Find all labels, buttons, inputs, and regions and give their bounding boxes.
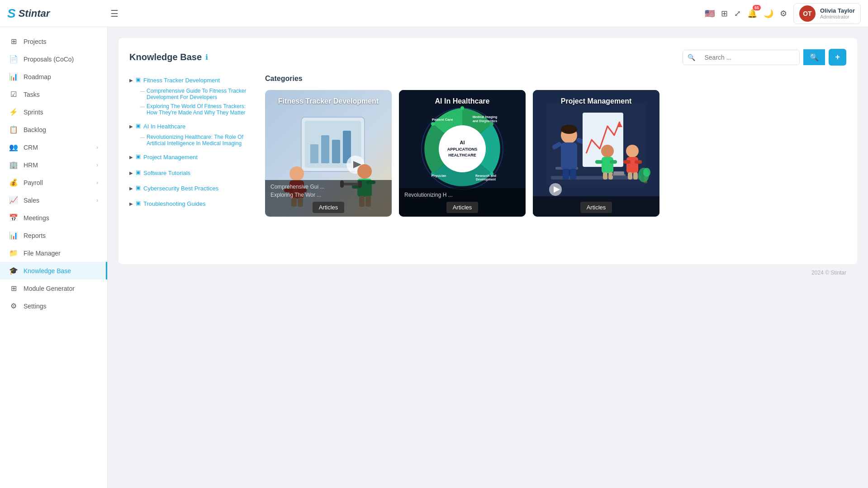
logo: S Stintar: [7, 6, 98, 21]
tree-sub-item-ai-1[interactable]: — Revolutionizing Healthcare: The Role O…: [140, 133, 256, 148]
tree-item-fitness-tracker[interactable]: ▶ ▣ Fitness Tracker Development: [129, 75, 256, 86]
hrm-arrow: ›: [96, 162, 98, 168]
sidebar-item-meetings[interactable]: 📅 Meetings: [0, 209, 107, 227]
sidebar-label-payroll: Payroll: [24, 179, 91, 186]
tree-label-pm: Project Management: [143, 153, 198, 161]
tree-icon-ai: ▣: [136, 123, 141, 129]
sidebar-label-file-manager: File Manager: [24, 250, 98, 257]
tree-toggle-st[interactable]: ▶: [129, 171, 133, 175]
tree-toggle-ai[interactable]: ▶: [129, 124, 133, 129]
roadmap-icon: 📊: [9, 72, 18, 81]
tree-label-cs: Cybersecurity Best Practices: [143, 185, 218, 193]
tree-sub-dot-1: —: [140, 89, 145, 94]
tree-sub-item-fitness-1[interactable]: — Comprehensive Guide To Fitness Tracker…: [140, 86, 256, 102]
svg-text:and Diagnostics: and Diagnostics: [473, 119, 497, 123]
sidebar-item-hrm[interactable]: 🏢 HRM ›: [0, 156, 107, 174]
svg-text:Physician: Physician: [432, 174, 446, 178]
grid-icon[interactable]: ⊞: [721, 9, 728, 19]
theme-icon[interactable]: 🌙: [764, 9, 773, 19]
sidebar-item-projects[interactable]: ⊞ Projects: [0, 33, 107, 50]
svg-text:HEALTHCARE: HEALTHCARE: [448, 153, 476, 157]
svg-point-58: [601, 145, 614, 157]
sidebar-label-hrm: HRM: [24, 161, 91, 169]
card-project-management[interactable]: Project Management Articles: [533, 90, 659, 217]
tree-item-troubleshooting[interactable]: ▶ ▣ Troubleshooting Guides: [129, 198, 256, 210]
avatar: OT: [799, 5, 816, 22]
sidebar-item-settings[interactable]: ⚙ Settings: [0, 297, 107, 315]
projects-icon: ⊞: [9, 37, 18, 46]
card-articles-btn-ai[interactable]: Articles: [446, 202, 479, 213]
notification-badge: 55: [753, 5, 761, 10]
hamburger-menu[interactable]: ☰: [107, 6, 122, 21]
tree-toggle-fitness[interactable]: ▶: [129, 78, 133, 83]
sidebar-item-proposals[interactable]: 📄 Proposals (CoCo): [0, 50, 107, 68]
svg-text:Development: Development: [476, 178, 496, 181]
sidebar-item-crm[interactable]: 👥 CRM ›: [0, 138, 107, 156]
tree-children-fitness: — Comprehensive Guide To Fitness Tracker…: [140, 86, 256, 117]
tree-item-cybersecurity[interactable]: ▶ ▣ Cybersecurity Best Practices: [129, 183, 256, 194]
add-button[interactable]: +: [829, 49, 846, 66]
knowledge-base-icon: 🎓: [9, 266, 18, 275]
sidebar-item-knowledge-base[interactable]: 🎓 Knowledge Base: [0, 262, 107, 280]
sidebar-item-reports[interactable]: 📊 Reports: [0, 227, 107, 244]
sidebar-label-proposals: Proposals (CoCo): [24, 56, 98, 63]
tree-item-ai-healthcare[interactable]: ▶ ▣ AI In Healthcare: [129, 121, 256, 133]
search-button[interactable]: 🔍: [803, 49, 825, 65]
svg-point-76: [643, 168, 650, 177]
flag-icon[interactable]: 🇺🇸: [705, 9, 715, 19]
proposals-icon: 📄: [9, 55, 18, 63]
svg-rect-55: [570, 169, 576, 180]
logo-text: Stintar: [19, 8, 50, 19]
tree-sub-dot-ai-1: —: [140, 135, 145, 140]
move-icon[interactable]: ⤢: [734, 9, 741, 19]
page-header: Knowledge Base ℹ 🔍 🔍 +: [129, 49, 846, 66]
header-right: 🇺🇸 ⊞ ⤢ 🔔 55 🌙 ⚙ OT Olivia Taylor Adminis…: [705, 3, 861, 24]
sidebar-label-projects: Projects: [24, 38, 98, 45]
card-fitness-tracker[interactable]: Fitness Tracker Development Comprehensiv…: [265, 90, 392, 217]
sidebar-item-roadmap[interactable]: 📊 Roadmap: [0, 68, 107, 85]
card-article1-ai: Revolutionizing H ...: [404, 192, 520, 198]
card-articles-btn-pm[interactable]: Articles: [580, 202, 612, 213]
tree-toggle-cs[interactable]: ▶: [129, 186, 133, 191]
footer: 2024 © Stintar: [119, 264, 857, 281]
tree-toggle-pm[interactable]: ▶: [129, 155, 133, 160]
categories-panel: Categories: [265, 75, 846, 217]
sidebar-label-backlog: Backlog: [24, 126, 98, 133]
info-icon[interactable]: ℹ: [205, 53, 208, 62]
tree-sub-label-fitness-1: Comprehensive Guide To Fitness Tracker D…: [147, 88, 256, 100]
top-header: S Stintar ☰ 🇺🇸 ⊞ ⤢ 🔔 55 🌙 ⚙ OT Olivia Ta…: [0, 0, 868, 27]
page-title: Knowledge Base: [129, 52, 202, 62]
svg-point-34: [431, 122, 435, 126]
card-article2-fitness: Exploring The Wor ...: [270, 192, 386, 198]
sidebar-item-module-generator[interactable]: ⊞ Module Generator: [0, 280, 107, 297]
user-profile[interactable]: OT Olivia Taylor Administrator: [793, 3, 861, 24]
sidebar-item-backlog[interactable]: 📋 Backlog: [0, 121, 107, 138]
svg-rect-3: [310, 144, 318, 163]
tree-children-ai: — Revolutionizing Healthcare: The Role O…: [140, 133, 256, 148]
hrm-icon: 🏢: [9, 161, 18, 169]
svg-text:AI: AI: [460, 140, 465, 145]
svg-rect-63: [608, 172, 613, 180]
card-ai-healthcare[interactable]: AI APPLICATIONS HEALTHCARE: [399, 90, 526, 217]
tree-sub-dot-2: —: [140, 104, 145, 109]
header-left: S Stintar ☰: [7, 6, 122, 21]
sidebar-label-module-generator: Module Generator: [24, 285, 98, 292]
settings-icon[interactable]: ⚙: [780, 9, 787, 19]
sidebar-item-sales[interactable]: 📈 Sales ›: [0, 191, 107, 209]
sidebar-item-payroll[interactable]: 💰 Payroll ›: [0, 174, 107, 191]
card-articles-btn-fitness[interactable]: Articles: [313, 202, 345, 213]
card-title-fitness: Fitness Tracker Development: [265, 97, 392, 105]
sidebar-item-tasks[interactable]: ☑ Tasks: [0, 85, 107, 103]
tree-sub-label-ai-1: Revolutionizing Healthcare: The Role Of …: [147, 134, 256, 147]
tree-panel: ▶ ▣ Fitness Tracker Development — Compre…: [129, 75, 256, 217]
sidebar-item-sprints[interactable]: ⚡ Sprints: [0, 103, 107, 121]
sidebar-label-crm: CRM: [24, 144, 91, 151]
tree-sub-item-fitness-2[interactable]: — Exploring The World Of Fitness Tracker…: [140, 102, 256, 117]
user-role: Administrator: [820, 14, 855, 19]
search-input[interactable]: [700, 50, 799, 65]
tree-item-software-tutorials[interactable]: ▶ ▣ Software Tutorials: [129, 167, 256, 179]
sidebar-item-file-manager[interactable]: 📁 File Manager: [0, 244, 107, 262]
tree-toggle-tg[interactable]: ▶: [129, 201, 133, 206]
tree-item-project-management[interactable]: ▶ ▣ Project Management: [129, 152, 256, 163]
notification-icon[interactable]: 🔔 55: [747, 9, 757, 19]
